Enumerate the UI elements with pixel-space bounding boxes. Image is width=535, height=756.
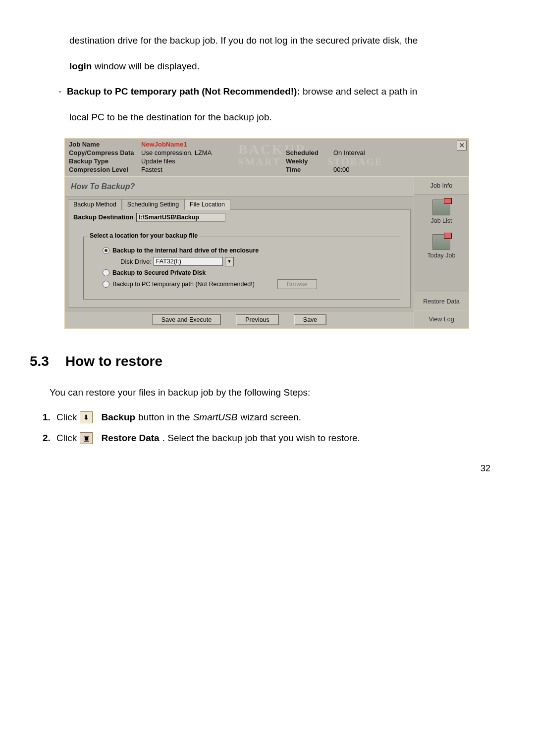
radio-label-pc-temp: Backup to PC temporary path (Not Recomme… <box>112 281 255 288</box>
today-job-icon <box>432 234 450 250</box>
backup-type-label: Backup Type <box>69 157 138 165</box>
time-value: 00:00 <box>333 166 393 173</box>
step-2-text-b: . Select the backup job that you wish to… <box>162 428 360 449</box>
scheduled-value: On Interval <box>333 149 393 156</box>
sidebar-label-today-job: Today Job <box>416 252 467 259</box>
window-header: BACKUP SMART STORAGE ✕ Job Name NewJobNa… <box>65 139 469 177</box>
login-bold: login <box>69 61 92 71</box>
paragraph-login-window: login window will be displayed. <box>69 55 495 77</box>
step-1-smartusb-ital: SmartUSB <box>193 407 238 428</box>
chevron-down-icon[interactable]: ▼ <box>225 257 234 266</box>
radio-dot-icon <box>103 269 109 276</box>
wizard-sidebar: Job Info Job List Today Job Restore Data… <box>414 177 469 328</box>
previous-button[interactable]: Previous <box>236 314 279 325</box>
radio-dot-icon <box>103 281 109 288</box>
step-1-backup-bold: Backup <box>101 407 135 428</box>
step-2: 2. Click ▣ Restore Data . Select the bac… <box>43 428 495 449</box>
backup-type-value: Update files <box>141 157 250 165</box>
restore-box-icon: ▣ <box>80 432 93 444</box>
bullet-rest: browse and select a path in <box>300 86 418 97</box>
wizard-button-row: Save and Execute Previous Save <box>65 311 414 328</box>
compression-level-value: Fastest <box>141 166 250 173</box>
radio-dot-selected-icon <box>103 247 109 254</box>
paragraph-dest-drive: destination drive for the backup job. If… <box>69 30 495 51</box>
sidebar-label-job-list: Job List <box>416 217 467 224</box>
step-2-restore-bold: Restore Data <box>101 428 159 449</box>
bullet-line2: local PC to be the destination for the b… <box>69 106 495 128</box>
heading-number: 5.3 <box>30 353 65 369</box>
disk-drive-dropdown[interactable]: FAT32(I:) <box>154 257 223 266</box>
disk-drive-label: Disk Drive: <box>120 258 152 265</box>
bullet-dash: - <box>58 86 61 97</box>
radio-label-secured: Backup to Secured Private Disk <box>112 269 206 276</box>
step-2-number: 2. <box>43 428 54 449</box>
sidebar-item-job-info[interactable]: Job Info <box>414 177 469 195</box>
bullet-bold: Backup to PC temporary path (Not Recomme… <box>67 86 300 97</box>
job-list-icon <box>432 200 450 215</box>
bullet-backup-pc-temp: - Backup to PC temporary path (Not Recom… <box>58 81 495 102</box>
compression-level-label: Compression Level <box>69 166 138 173</box>
backup-destination-label: Backup Destination <box>73 213 133 221</box>
job-name-value: NewJobName1 <box>141 141 250 148</box>
radio-option-pc-temp[interactable]: Backup to PC temporary path (Not Recomme… <box>103 279 393 289</box>
time-label: Time <box>286 166 330 173</box>
backup-arrow-icon: ⬇ <box>80 411 93 423</box>
step-1-number: 1. <box>43 407 54 428</box>
save-and-execute-button[interactable]: Save and Execute <box>152 314 221 325</box>
sidebar-item-today-job[interactable]: Today Job <box>414 229 469 264</box>
step-1: 1. Click ⬇ Backup button in the SmartUSB… <box>43 407 495 428</box>
tab-scheduling-setting[interactable]: Scheduling Setting <box>122 199 184 210</box>
login-rest: window will be displayed. <box>92 61 200 71</box>
page-number: 32 <box>40 463 490 474</box>
step-1-text-b: button in the <box>138 407 190 428</box>
sidebar-item-view-log[interactable]: View Log <box>414 310 469 328</box>
tab-panel-file-location: Backup Destination I:\SmartUSB\Backup Se… <box>68 209 411 308</box>
step-1-text-a: Click <box>56 407 77 428</box>
radio-label-internal: Backup to the internal hard drive of the… <box>112 247 259 254</box>
radio-option-internal-drive[interactable]: Backup to the internal hard drive of the… <box>103 247 393 254</box>
radio-option-secured-private[interactable]: Backup to Secured Private Disk <box>103 269 393 276</box>
backup-destination-input[interactable]: I:\SmartUSB\Backup <box>136 213 225 222</box>
scheduled-label: Scheduled <box>286 149 330 156</box>
copy-compress-value: Use compression, LZMA <box>141 149 250 156</box>
browse-button: Browse <box>277 279 317 289</box>
save-button[interactable]: Save <box>294 314 327 325</box>
location-groupbox: Select a location for your backup file B… <box>83 237 400 300</box>
step-2-text-a: Click <box>56 428 77 449</box>
tab-strip: Backup Method Scheduling Setting File Lo… <box>65 197 414 209</box>
sidebar-item-restore-data[interactable]: Restore Data <box>414 293 469 310</box>
sidebar-item-job-list[interactable]: Job List <box>414 195 469 229</box>
backup-wizard-window: BACKUP SMART STORAGE ✕ Job Name NewJobNa… <box>64 138 469 329</box>
section-title-how-to-backup: How To Backup? <box>65 177 414 197</box>
group-legend: Select a location for your backup file <box>88 232 200 239</box>
weekly-label: Weekly <box>286 157 330 165</box>
heading-title: How to restore <box>65 353 162 369</box>
restore-intro: You can restore your files in backup job… <box>50 382 495 403</box>
tab-backup-method[interactable]: Backup Method <box>68 199 122 210</box>
disk-drive-value: FAT32(I:) <box>156 258 181 265</box>
copy-compress-label: Copy/Compress Data <box>69 149 138 156</box>
job-name-label: Job Name <box>69 141 138 148</box>
step-1-text-c: wizard screen. <box>240 407 301 428</box>
tab-file-location[interactable]: File Location <box>184 199 230 210</box>
